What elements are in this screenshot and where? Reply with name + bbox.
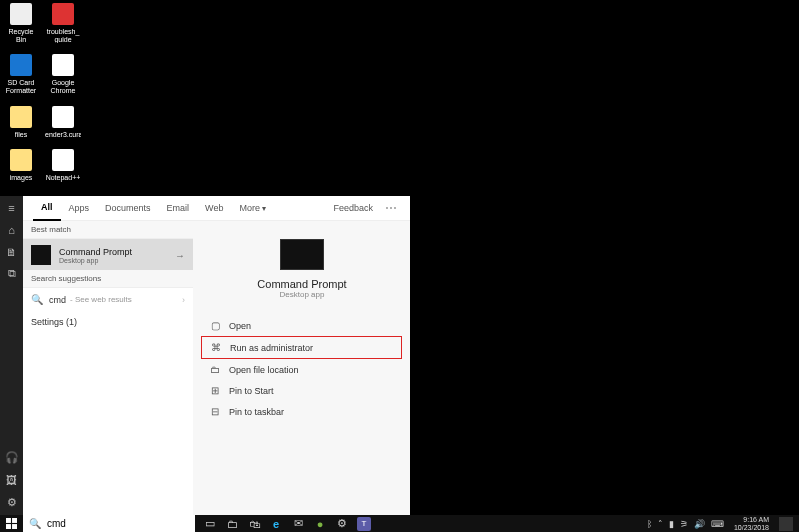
feedback-link[interactable]: Feedback: [325, 196, 381, 221]
file-explorer-icon[interactable]: 🗀: [225, 517, 239, 531]
best-match-title: Command Prompt: [59, 247, 132, 257]
action-pin-taskbar-label: Pin to taskbar: [229, 407, 284, 417]
action-pin-start-icon: ⊞: [209, 385, 221, 396]
teams-icon[interactable]: T: [357, 517, 371, 531]
start-button[interactable]: [0, 515, 23, 532]
ender3-cura-icon: [51, 105, 75, 129]
chevron-down-icon: ▾: [262, 204, 266, 213]
store-icon[interactable]: 🛍: [247, 517, 261, 531]
chevron-right-icon: →: [175, 250, 185, 261]
action-run-admin-icon: ⌘: [210, 342, 222, 353]
desktop-icon-ender3-cura[interactable]: ender3.cura..: [46, 105, 80, 139]
action-pin-taskbar[interactable]: ⊟Pin to taskbar: [201, 401, 402, 422]
desktop-icon-files[interactable]: files: [4, 105, 38, 139]
suggestion-hint: - See web results: [70, 295, 132, 304]
action-open-icon: ▢: [209, 320, 221, 331]
notepadpp-icon: [51, 148, 75, 172]
headphones-icon[interactable]: 🎧: [5, 451, 19, 464]
svg-rect-2: [6, 524, 11, 529]
tab-web[interactable]: Web: [197, 196, 231, 221]
start-search-panel: AllAppsDocumentsEmailWebMore▾ Feedback ⋯…: [23, 196, 410, 515]
desktop-icon-label: ender3.cura..: [45, 131, 81, 139]
tab-more[interactable]: More▾: [231, 196, 274, 221]
clock-time: 9:16 AM: [734, 516, 769, 523]
action-open-location-label: Open file location: [229, 365, 299, 375]
desktop-icon-label: Google Chrome: [46, 79, 80, 94]
settings-results[interactable]: Settings (1): [23, 311, 193, 333]
windows-logo-icon: [6, 518, 17, 529]
language-icon[interactable]: ⌨: [711, 519, 724, 529]
sd-card-formatter-icon: [9, 53, 33, 77]
desktop-icon-troubleshoot-guide[interactable]: troublesh_ guide: [46, 2, 80, 43]
search-icon: 🔍: [31, 294, 43, 305]
desktop-icon-images[interactable]: images: [4, 148, 38, 182]
best-match-header: Best match: [23, 221, 193, 239]
action-pin-start-label: Pin to Start: [229, 386, 274, 396]
green-app-icon[interactable]: ●: [313, 517, 327, 531]
doc-icon[interactable]: 🗎: [6, 246, 17, 258]
best-match-subtitle: Desktop app: [59, 257, 132, 264]
desktop-icon-google-chrome[interactable]: Google Chrome: [46, 53, 80, 94]
svg-rect-1: [12, 518, 17, 523]
action-open-location[interactable]: 🗀Open file location: [201, 359, 402, 380]
tray-chevron-icon[interactable]: ˄: [658, 519, 663, 529]
cmd-thumb-icon: [31, 245, 51, 265]
edge-icon[interactable]: e: [269, 517, 283, 531]
action-center-icon[interactable]: [779, 517, 793, 531]
web-suggestion-row[interactable]: 🔍 cmd - See web results ›: [23, 288, 193, 311]
files-icon: [9, 105, 33, 129]
action-pin-taskbar-icon: ⊟: [209, 406, 221, 417]
desktop-icon-grid: Recycle Bintroublesh_ guideSD Card Forma…: [4, 2, 80, 182]
action-run-admin-label: Run as administrator: [230, 343, 313, 353]
search-icon: 🔍: [29, 518, 41, 529]
tab-all[interactable]: All: [33, 196, 61, 221]
volume-icon[interactable]: 🔊: [694, 519, 705, 529]
desktop-icon-label: SD Card Formatter: [4, 79, 38, 94]
picture-icon[interactable]: 🖼: [6, 474, 17, 486]
task-view-icon[interactable]: ▭: [203, 517, 217, 531]
taskbar-search-input[interactable]: [47, 518, 189, 529]
images-icon: [9, 148, 33, 172]
preview-subtitle: Desktop app: [257, 290, 346, 299]
tab-email[interactable]: Email: [159, 196, 198, 221]
taskbar-search-box[interactable]: 🔍: [23, 515, 195, 532]
cmd-app-icon: [280, 239, 324, 270]
desktop-icon-label: Notepad++: [46, 174, 81, 182]
search-suggestions-header: Search suggestions: [23, 270, 193, 288]
action-open[interactable]: ▢Open: [201, 315, 402, 336]
recycle-bin-icon: [9, 2, 33, 26]
desktop-icon-recycle-bin[interactable]: Recycle Bin: [4, 2, 38, 43]
start-left-rail: ≡⌂🗎⧉ 🎧🖼⚙: [0, 196, 23, 515]
mail-icon[interactable]: ✉: [291, 517, 305, 531]
best-match-result[interactable]: Command Prompt Desktop app →: [23, 239, 193, 270]
taskbar-clock[interactable]: 9:16 AM 10/23/2018: [730, 516, 773, 531]
settings-icon[interactable]: ⚙: [335, 517, 349, 531]
home-icon[interactable]: ⌂: [8, 224, 15, 236]
more-options-icon[interactable]: ⋯: [381, 201, 400, 215]
bluetooth-icon[interactable]: ᛒ: [647, 519, 652, 529]
group-icon[interactable]: ⧉: [8, 267, 16, 280]
action-pin-start[interactable]: ⊞Pin to Start: [201, 380, 402, 401]
desktop-icon-sd-card-formatter[interactable]: SD Card Formatter: [4, 53, 38, 94]
desktop-icon-label: images: [10, 174, 33, 182]
tab-apps[interactable]: Apps: [61, 196, 98, 221]
svg-rect-0: [6, 518, 11, 523]
gear-icon[interactable]: ⚙: [7, 496, 17, 509]
desktop-icon-label: Recycle Bin: [4, 28, 38, 43]
battery-icon[interactable]: ▮: [669, 519, 674, 529]
action-run-admin[interactable]: ⌘Run as administrator: [201, 336, 402, 359]
wifi-icon[interactable]: ⚞: [680, 519, 688, 529]
search-results-left: Best match Command Prompt Desktop app → …: [23, 221, 193, 515]
desktop-icon-label: troublesh_ guide: [46, 28, 80, 43]
hamburger-icon[interactable]: ≡: [8, 202, 14, 214]
action-open-label: Open: [229, 321, 251, 331]
desktop[interactable]: Recycle Bintroublesh_ guideSD Card Forma…: [0, 0, 799, 532]
search-tabs: AllAppsDocumentsEmailWebMore▾ Feedback ⋯: [23, 196, 410, 221]
svg-rect-3: [12, 524, 17, 529]
troubleshoot-guide-icon: [51, 2, 75, 26]
preview-app-card: Command Prompt Desktop app: [257, 231, 346, 299]
tab-documents[interactable]: Documents: [97, 196, 159, 221]
desktop-icon-notepadpp[interactable]: Notepad++: [46, 148, 80, 182]
action-open-location-icon: 🗀: [209, 364, 221, 375]
suggestion-query: cmd: [49, 295, 66, 305]
